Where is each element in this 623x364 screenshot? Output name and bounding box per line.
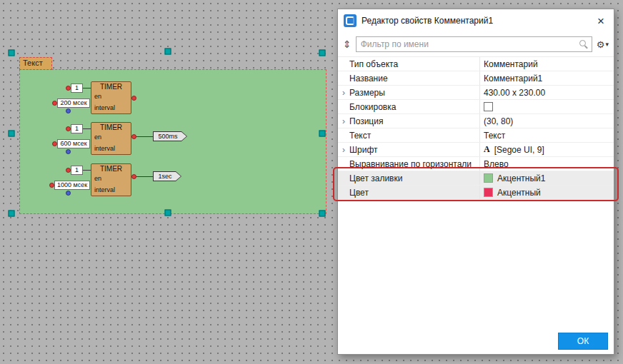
property-name: Цвет bbox=[349, 188, 479, 198]
selection-handle[interactable] bbox=[9, 50, 15, 56]
input-pin[interactable] bbox=[66, 168, 71, 173]
input-pin[interactable] bbox=[66, 126, 71, 131]
output-tag-label: 1sec bbox=[154, 172, 181, 181]
selection-handle[interactable] bbox=[319, 131, 326, 137]
wire bbox=[136, 176, 153, 177]
output-pin[interactable] bbox=[131, 174, 136, 179]
expand-collapse-icon[interactable]: ⇕ bbox=[343, 39, 352, 49]
constant-value[interactable]: 1 bbox=[71, 166, 83, 175]
timer-title: TIMER bbox=[91, 83, 131, 91]
comment-tab-label: Текст bbox=[23, 59, 43, 67]
timer-en-port: en bbox=[94, 175, 101, 182]
wire bbox=[83, 88, 91, 89]
property-grid: Тип объекта Комментарий Название Коммент… bbox=[338, 56, 614, 200]
comment-tab[interactable]: Текст bbox=[19, 57, 52, 70]
input-pin[interactable] bbox=[66, 86, 71, 91]
property-row: › Размеры 430.00 x 230.00 bbox=[338, 86, 614, 100]
output-tag-label: 500ms bbox=[154, 132, 186, 141]
constant-value[interactable]: 1 bbox=[71, 124, 83, 133]
property-value[interactable]: (30, 80) bbox=[479, 114, 614, 128]
input-pin[interactable] bbox=[66, 191, 71, 196]
property-row: Тип объекта Комментарий bbox=[338, 57, 614, 71]
property-name: Размеры bbox=[349, 88, 479, 98]
expand-chevron-icon[interactable]: › bbox=[338, 117, 349, 126]
selection-handle[interactable] bbox=[319, 211, 326, 217]
selection-handle[interactable] bbox=[9, 131, 15, 137]
property-row: Выравнивание по горизонтали Влево bbox=[338, 157, 614, 171]
expand-chevron-icon[interactable]: › bbox=[338, 89, 349, 97]
property-value[interactable]: 430.00 x 230.00 bbox=[479, 86, 614, 99]
property-row-color: Цвет Акцентный bbox=[338, 186, 614, 200]
constant-value[interactable]: 600 мсек bbox=[57, 139, 90, 148]
input-pin[interactable] bbox=[52, 141, 57, 146]
wire bbox=[83, 170, 91, 171]
expand-chevron-icon[interactable]: › bbox=[338, 146, 349, 154]
dialog-titlebar[interactable]: Редактор свойств Комментарий1 × bbox=[338, 9, 614, 32]
property-name: Выравнивание по горизонтали bbox=[349, 159, 479, 169]
constant-value[interactable]: 1000 мсек bbox=[54, 181, 90, 190]
timer-block[interactable]: TIMER en interval bbox=[91, 81, 131, 114]
property-name: Блокировка bbox=[349, 102, 479, 112]
timer-block[interactable]: TIMER en interval bbox=[91, 122, 131, 155]
font-letter-icon: A bbox=[484, 144, 490, 155]
input-pin[interactable] bbox=[66, 108, 71, 113]
output-pin[interactable] bbox=[131, 96, 136, 101]
timer-title: TIMER bbox=[91, 165, 131, 173]
filter-input[interactable] bbox=[356, 36, 592, 52]
property-row: Текст Текст bbox=[338, 128, 614, 143]
property-row: Блокировка bbox=[338, 100, 614, 114]
dialog-title: Редактор свойств Комментарий1 bbox=[362, 16, 493, 26]
timer-title: TIMER bbox=[91, 123, 131, 131]
timer-interval-port: interval bbox=[94, 145, 115, 152]
selection-handle[interactable] bbox=[165, 210, 171, 216]
wire bbox=[136, 136, 153, 137]
color-swatch[interactable] bbox=[484, 173, 493, 183]
settings-dropdown-button[interactable]: ⚙ ▾ bbox=[597, 39, 609, 50]
property-row: › Шрифт A [Segoe UI, 9] bbox=[338, 143, 614, 157]
property-name: Цвет заливки bbox=[349, 173, 479, 183]
property-value bbox=[479, 100, 614, 113]
properties-editor-icon bbox=[344, 14, 357, 27]
search-icon bbox=[579, 40, 586, 46]
constant-value[interactable]: 200 мсек bbox=[57, 98, 90, 108]
property-row: › Позиция (30, 80) bbox=[338, 114, 614, 128]
property-name: Шрифт bbox=[349, 145, 479, 155]
property-name: Название bbox=[349, 74, 479, 84]
constant-value[interactable]: 1 bbox=[71, 84, 83, 93]
timer-interval-port: interval bbox=[94, 104, 115, 111]
property-value[interactable]: Комментарий1 bbox=[479, 71, 614, 85]
property-value[interactable]: Акцентный1 bbox=[479, 171, 614, 185]
wrench-icon: ⚙ bbox=[597, 39, 605, 50]
input-pin[interactable] bbox=[66, 149, 71, 154]
output-tag[interactable]: 500ms bbox=[153, 131, 187, 141]
selection-handle[interactable] bbox=[165, 49, 171, 55]
color-swatch[interactable] bbox=[484, 188, 493, 197]
dialog-toolbar: ⇕ ⚙ ▾ bbox=[338, 32, 614, 56]
font-value: [Segoe UI, 9] bbox=[494, 145, 544, 155]
property-value[interactable]: Акцентный bbox=[479, 186, 614, 199]
property-value[interactable]: Влево bbox=[479, 157, 614, 171]
output-pin[interactable] bbox=[131, 134, 136, 139]
color-name: Акцентный bbox=[497, 188, 541, 198]
input-pin[interactable] bbox=[49, 183, 54, 188]
output-tag[interactable]: 1sec bbox=[153, 171, 181, 181]
chevron-down-icon: ▾ bbox=[605, 41, 609, 48]
color-name: Акцентный1 bbox=[497, 173, 545, 183]
lock-checkbox[interactable] bbox=[484, 102, 493, 111]
timer-en-port: en bbox=[94, 93, 101, 100]
ok-button[interactable]: ОК bbox=[558, 333, 608, 350]
timer-interval-port: interval bbox=[94, 186, 115, 193]
property-value[interactable]: A [Segoe UI, 9] bbox=[479, 143, 614, 156]
timer-en-port: en bbox=[94, 133, 101, 141]
property-row: Название Комментарий1 bbox=[338, 71, 614, 86]
properties-dialog: Редактор свойств Комментарий1 × ⇕ ⚙ ▾ Ти… bbox=[337, 9, 614, 355]
timer-block[interactable]: TIMER en interval bbox=[91, 163, 131, 196]
property-name: Тип объекта bbox=[349, 59, 479, 69]
input-pin[interactable] bbox=[52, 101, 57, 106]
property-value[interactable]: Текст bbox=[479, 128, 614, 142]
selection-handle[interactable] bbox=[319, 50, 326, 56]
close-icon[interactable]: × bbox=[594, 15, 608, 27]
property-name: Позиция bbox=[349, 116, 479, 126]
selection-handle[interactable] bbox=[9, 211, 15, 217]
property-value[interactable]: Комментарий bbox=[479, 57, 614, 71]
